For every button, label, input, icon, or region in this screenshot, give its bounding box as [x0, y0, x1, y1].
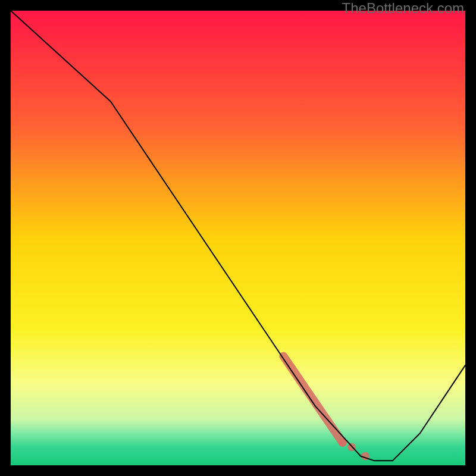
chart-svg: [11, 11, 465, 465]
watermark-text: TheBottleneck.com: [342, 0, 464, 17]
plot-area: [11, 11, 465, 465]
svg-line-1: [283, 356, 342, 443]
highlight-band: [283, 356, 369, 461]
chart-container: TheBottleneck.com: [0, 0, 476, 476]
bottleneck-curve-line: [11, 11, 465, 461]
